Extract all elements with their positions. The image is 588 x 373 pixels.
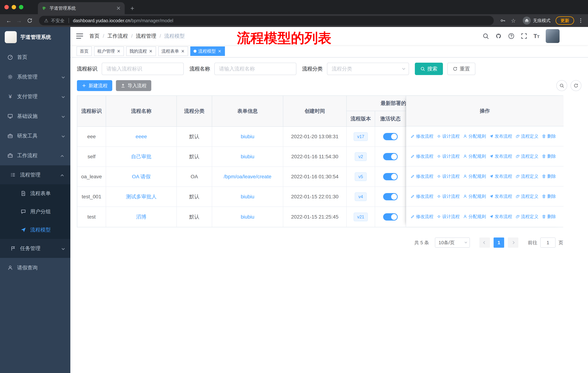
next-page-button[interactable] — [508, 238, 518, 248]
sidebar-item-flow-form[interactable]: 流程表单 — [0, 184, 70, 202]
back-icon[interactable]: ← — [4, 17, 13, 24]
action-design[interactable]: 设计流程 — [437, 133, 460, 139]
github-icon[interactable] — [495, 33, 502, 39]
goto-page-input[interactable] — [540, 238, 556, 248]
reload-icon[interactable] — [27, 18, 32, 23]
hamburger-icon[interactable] — [76, 33, 83, 39]
process-name-input[interactable] — [214, 63, 296, 75]
tag-tenant-manage[interactable]: 租户管理 — [94, 46, 124, 56]
category-select[interactable]: 流程分类 — [327, 63, 409, 75]
tag-home[interactable]: 首页 — [77, 46, 92, 56]
action-definition[interactable]: 流程定义 — [515, 133, 538, 139]
close-icon[interactable] — [117, 49, 121, 53]
tag-my-flow[interactable]: 我的流程 — [126, 46, 156, 56]
security-label[interactable]: 不安全 — [51, 18, 64, 24]
url-bar[interactable]: ⚠ 不安全 dashboard.yudao.iocoder.cn/bpm/man… — [39, 16, 494, 25]
close-icon[interactable] — [218, 49, 222, 53]
form-info-link[interactable]: /bpm/oa/leave/create — [224, 174, 271, 180]
close-icon[interactable] — [149, 49, 153, 53]
process-name-link[interactable]: OA 请假 — [132, 173, 151, 180]
refresh-table-button[interactable] — [570, 80, 581, 91]
help-icon[interactable] — [508, 33, 514, 39]
sidebar-item-flow-model[interactable]: 流程模型 — [0, 221, 70, 239]
action-publish[interactable]: 发布流程 — [489, 173, 512, 179]
prev-page-button[interactable] — [479, 238, 490, 248]
action-publish[interactable]: 发布流程 — [489, 214, 512, 220]
browser-menu-icon[interactable] — [578, 18, 584, 23]
activation-toggle[interactable] — [383, 173, 398, 180]
process-name-link[interactable]: 测试多审批人 — [126, 193, 157, 200]
toggle-search-button[interactable] — [556, 80, 567, 91]
sidebar-item-system[interactable]: 系统管理 — [0, 67, 70, 87]
action-delete[interactable]: 删除 — [542, 133, 556, 139]
form-info-link[interactable]: biubiu — [241, 194, 254, 200]
process-id-input[interactable] — [102, 63, 184, 75]
action-edit[interactable]: 修改流程 — [410, 153, 433, 159]
process-name-link[interactable]: 滔博 — [136, 213, 146, 220]
sidebar-item-leave-query[interactable]: 请假查询 — [0, 258, 70, 278]
sidebar-logo[interactable]: 芋道管理系统 — [0, 27, 70, 47]
action-design[interactable]: 设计流程 — [437, 193, 460, 199]
tab-close-icon[interactable] — [116, 6, 121, 11]
breadcrumb-workflow[interactable]: 工作流程 — [107, 33, 128, 40]
action-definition[interactable]: 流程定义 — [515, 193, 538, 199]
action-assign-rule[interactable]: 分配规则 — [463, 173, 486, 179]
action-publish[interactable]: 发布流程 — [489, 133, 512, 139]
sidebar-item-task-manage[interactable]: 任务管理 — [0, 239, 70, 258]
activation-toggle[interactable] — [383, 213, 398, 221]
action-definition[interactable]: 流程定义 — [515, 214, 538, 220]
action-edit[interactable]: 修改流程 — [410, 173, 433, 179]
form-info-link[interactable]: biubiu — [241, 154, 254, 160]
sidebar-item-home[interactable]: 首页 — [0, 47, 70, 67]
page-number-button[interactable]: 1 — [494, 238, 504, 248]
action-edit[interactable]: 修改流程 — [410, 193, 433, 199]
reset-button[interactable]: 重置 — [447, 63, 475, 75]
zoom-window-button[interactable] — [19, 5, 23, 9]
action-definition[interactable]: 流程定义 — [515, 173, 538, 179]
search-icon[interactable] — [483, 33, 489, 39]
action-assign-rule[interactable]: 分配规则 — [463, 193, 486, 199]
action-edit[interactable]: 修改流程 — [410, 214, 433, 220]
forward-icon[interactable]: → — [15, 17, 23, 24]
create-process-button[interactable]: 新建流程 — [77, 80, 112, 91]
new-tab-button[interactable] — [130, 6, 135, 11]
action-delete[interactable]: 删除 — [542, 214, 556, 220]
action-edit[interactable]: 修改流程 — [410, 133, 433, 139]
sidebar-item-devtools[interactable]: 研发工具 — [0, 126, 70, 146]
action-delete[interactable]: 删除 — [542, 193, 556, 199]
breadcrumb-flow-manage[interactable]: 流程管理 — [136, 33, 156, 40]
action-design[interactable]: 设计流程 — [437, 214, 460, 220]
action-definition[interactable]: 流程定义 — [515, 153, 538, 159]
sidebar-item-infra[interactable]: 基础设施 — [0, 106, 70, 126]
action-publish[interactable]: 发布流程 — [489, 153, 512, 159]
process-name-link[interactable]: eeee — [136, 134, 147, 140]
browser-tab[interactable]: 芋道管理系统 — [38, 2, 125, 14]
sidebar-item-workflow[interactable]: 工作流程 — [0, 146, 70, 165]
fullscreen-icon[interactable] — [521, 33, 527, 39]
avatar[interactable] — [546, 29, 560, 43]
font-size-icon[interactable]: TT — [534, 33, 539, 40]
activation-toggle[interactable] — [383, 133, 398, 140]
breadcrumb-home[interactable]: 首页 — [89, 33, 100, 40]
action-design[interactable]: 设计流程 — [437, 173, 460, 179]
form-info-link[interactable]: biubiu — [241, 134, 254, 140]
page-size-select[interactable]: 10条/页 — [435, 238, 470, 248]
sidebar-item-user-group[interactable]: 用户分组 — [0, 202, 70, 221]
action-delete[interactable]: 删除 — [542, 173, 556, 179]
action-assign-rule[interactable]: 分配规则 — [463, 214, 486, 220]
activation-toggle[interactable] — [383, 153, 398, 160]
bookmark-star-icon[interactable]: ☆ — [511, 18, 516, 24]
minimize-window-button[interactable] — [12, 5, 16, 9]
close-icon[interactable] — [181, 49, 185, 53]
action-design[interactable]: 设计流程 — [437, 153, 460, 159]
process-name-link[interactable]: 自己审批 — [131, 153, 151, 160]
search-button[interactable]: 搜索 — [415, 63, 443, 75]
sidebar-item-payment[interactable]: ¥ 支付管理 — [0, 87, 70, 106]
sidebar-item-flow-manage[interactable]: 流程管理 — [0, 165, 70, 184]
tag-flow-form[interactable]: 流程表单 — [158, 46, 188, 56]
update-button[interactable]: 更新 — [556, 16, 574, 25]
form-info-link[interactable]: biubiu — [241, 214, 254, 220]
action-assign-rule[interactable]: 分配规则 — [463, 153, 486, 159]
action-assign-rule[interactable]: 分配规则 — [463, 133, 486, 139]
tag-flow-model[interactable]: 流程模型 — [190, 46, 225, 56]
